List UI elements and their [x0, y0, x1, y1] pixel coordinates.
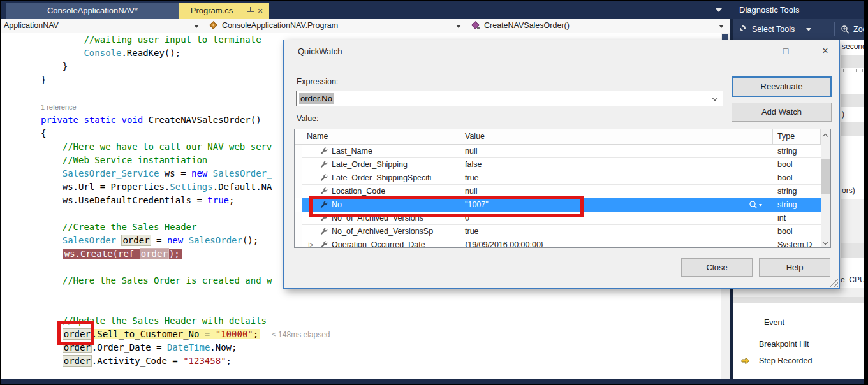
watch-table-header: Name Value Type: [295, 129, 830, 145]
wrench-icon: [320, 161, 328, 169]
wrench-icon: [320, 147, 328, 156]
expression-combobox[interactable]: order.No: [296, 91, 723, 106]
label-fragment-e: e: [841, 275, 845, 284]
column-divider: [758, 312, 758, 333]
type-dropdown-label: ConsoleApplicationNAV.Program: [222, 19, 338, 33]
chevron-down-icon: [719, 25, 724, 28]
table-row[interactable]: Late_Order_ShippingSpecifitruebool: [295, 171, 821, 185]
wrench-icon: [320, 241, 328, 248]
maximize-icon[interactable]: □: [777, 44, 794, 58]
cpu-label: CPU: [849, 275, 864, 284]
seconds-label: second: [841, 40, 864, 55]
column-header-name[interactable]: Name: [302, 129, 460, 145]
pin-icon[interactable]: [247, 7, 254, 15]
screenshot-frame: ConsoleApplicationNAV* Program.cs × Diag…: [0, 0, 868, 385]
table-row[interactable]: No_of_Archived_VersionsSptruebool: [295, 225, 821, 238]
member-dropdown[interactable]: CreateNAVSalesOrder(): [467, 19, 730, 33]
class-icon: [209, 21, 217, 29]
tab-consoleapplicationnav[interactable]: ConsoleApplicationNAV*: [6, 3, 179, 19]
magnifier-icon: [841, 25, 850, 34]
editor-navigation-bar: ApplicationNAV ConsoleApplicationNAV.Pro…: [1, 19, 730, 33]
cell-value: null: [460, 145, 773, 158]
magnifier-icon[interactable]: [749, 200, 763, 210]
wrench-icon: [320, 187, 328, 196]
code-line[interactable]: [41, 287, 347, 301]
cell-value: true: [460, 225, 773, 238]
cell-name: Last_Name: [302, 145, 460, 158]
cell-type: string: [773, 198, 821, 212]
table-vertical-scrollbar[interactable]: [821, 129, 830, 248]
cell-type: bool: [773, 225, 821, 238]
scroll-up-icon[interactable]: [823, 134, 828, 139]
diagnostics-lower-panel: Event Breakpoint Hit Step Recorded: [733, 288, 864, 379]
chevron-down-icon: [194, 25, 199, 28]
watch-table: Name Value Type Last_NamenullstringLate_…: [294, 129, 831, 248]
close-icon[interactable]: ×: [817, 44, 834, 58]
expander-icon[interactable]: ▷: [309, 238, 314, 248]
table-row[interactable]: ▷Operation_Occurred_Date{19/09/2016 00:0…: [295, 238, 821, 248]
event-row-step-recorded[interactable]: Step Recorded: [759, 353, 812, 368]
chevron-down-icon[interactable]: [712, 96, 717, 101]
tab-close-icon[interactable]: ×: [255, 3, 265, 19]
cell-value: {19/09/2016 00:00:00}: [460, 238, 773, 248]
cell-type: string: [773, 145, 821, 158]
wrench-icon: [320, 228, 328, 236]
ruler-ticks: [841, 68, 864, 78]
perftip-label: ≤ 148ms elapsed: [260, 330, 330, 339]
cell-type: System.D: [773, 238, 821, 248]
toolbar-separator: [834, 22, 835, 36]
horizontal-scrollbar[interactable]: [1, 379, 864, 384]
member-dropdown-label: CreateNAVSalesOrder(): [484, 19, 570, 33]
type-dropdown[interactable]: ConsoleApplicationNAV.Program: [205, 19, 467, 33]
tab-program-cs[interactable]: Program.cs ×: [179, 3, 269, 19]
value-label: Value:: [297, 114, 319, 123]
table-row[interactable]: Late_Order_Shippingfalsebool: [295, 158, 821, 171]
event-row-breakpoint-hit[interactable]: Breakpoint Hit: [759, 337, 809, 352]
cell-value: true: [460, 171, 773, 185]
label-fragment-ors: ors): [841, 184, 864, 199]
document-tab-bar: ConsoleApplicationNAV* Program.cs × Diag…: [1, 1, 864, 19]
cell-name: Late_Order_Shipping: [302, 158, 460, 171]
add-watch-button[interactable]: Add Watch: [732, 103, 832, 122]
expression-value: order.No: [299, 93, 334, 104]
expression-label: Expression:: [297, 77, 338, 86]
close-button[interactable]: Close: [681, 258, 753, 277]
select-tools-button[interactable]: Select Tools: [752, 19, 795, 40]
cell-type: bool: [773, 158, 821, 171]
diagnostics-graph-strip: second ) ors): [841, 40, 864, 288]
table-row[interactable]: Last_Namenullstring: [295, 145, 821, 158]
quickwatch-dialog: QuickWatch – □ × Expression: order.No Re…: [283, 40, 840, 289]
dialog-title: QuickWatch: [298, 47, 342, 56]
annotation-box-order: [57, 321, 94, 345]
code-line[interactable]: [41, 368, 347, 379]
cell-name: Late_Order_ShippingSpecifi: [302, 171, 460, 185]
column-header-type[interactable]: Type: [773, 129, 821, 145]
code-line[interactable]: [41, 301, 347, 314]
minimize-icon[interactable]: –: [738, 44, 754, 58]
document-well-dropdown-icon[interactable]: [716, 8, 722, 12]
cell-name: ▷Operation_Occurred_Date: [302, 238, 460, 248]
cell-type: bool: [773, 171, 821, 185]
chevron-down-icon: [456, 25, 461, 28]
resize-grip[interactable]: [828, 277, 838, 287]
code-line[interactable]: order.Activity_Code = "123458";: [41, 354, 347, 368]
cell-value: false: [460, 158, 773, 171]
label-fragment-paren: ): [841, 107, 864, 122]
vs-window: ConsoleApplicationNAV* Program.cs × Diag…: [1, 1, 864, 384]
cpu-tab-fragment[interactable]: e CPU: [841, 272, 864, 288]
chevron-down-icon: [806, 28, 811, 31]
zoom-in-button[interactable]: Zoom In: [853, 19, 864, 40]
help-button[interactable]: Help: [759, 258, 830, 277]
scroll-down-icon[interactable]: [823, 240, 828, 245]
cell-name: No_of_Archived_VersionsSp: [302, 225, 460, 238]
wrench-icon: [320, 174, 328, 182]
gear-icon: [740, 25, 746, 31]
step-arrow-icon: [741, 357, 750, 365]
project-dropdown[interactable]: ApplicationNAV: [1, 19, 205, 33]
column-header-value[interactable]: Value: [460, 129, 773, 145]
scrollbar-thumb[interactable]: [821, 159, 830, 194]
diagnostic-tools-panel-title: Diagnostic Tools: [739, 1, 799, 19]
header-divider: [733, 333, 864, 333]
reevaluate-button[interactable]: Reevaluate: [732, 76, 832, 97]
event-column-header: Event: [764, 312, 784, 333]
